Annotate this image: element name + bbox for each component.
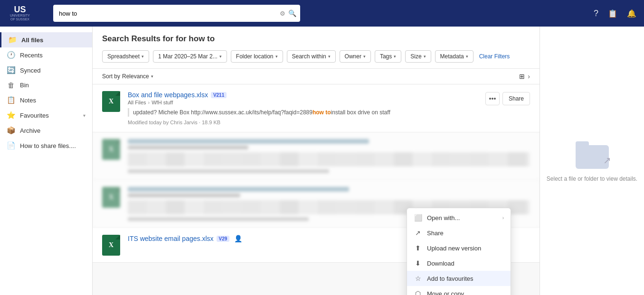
file-name-link[interactable]: ITS website email pages.xlsx — [128, 235, 214, 242]
sidebar-item-how-to-share[interactable]: 📄 How to share files.... — [0, 138, 92, 153]
excel-x-letter: X — [109, 194, 114, 201]
snippet-highlight: how to — [313, 109, 331, 116]
sidebar-item-bin[interactable]: 🗑 Bin — [0, 78, 92, 92]
grid-view-icon[interactable]: ⊞ — [519, 73, 525, 80]
results-title-for: for — [176, 34, 189, 43]
submenu-arrow-icon: › — [502, 215, 504, 221]
context-menu-item-download[interactable]: ⬇ Download — [407, 256, 511, 271]
caret-icon: ▾ — [275, 54, 278, 59]
logo-us-text: US — [14, 5, 26, 14]
table-row: X — [93, 132, 540, 180]
caret-icon: ▾ — [219, 54, 222, 59]
sort-value-text[interactable]: Relevance — [122, 73, 149, 80]
filter-type-label: Spreadsheet — [107, 53, 140, 60]
excel-icon: X — [102, 187, 120, 208]
file-icon: X — [102, 235, 121, 256]
results-query: how to — [189, 34, 215, 43]
sidebar-item-archive[interactable]: 📦 Archive — [0, 123, 92, 138]
sidebar-item-label: Notes — [20, 97, 36, 104]
sidebar-item-label: Synced — [20, 67, 40, 74]
ctx-item-label: Share — [427, 230, 444, 237]
snippet-pre: updated? Michele Box http://www.sussex.a… — [133, 109, 313, 116]
sidebar-item-favourites[interactable]: ⭐ Favourites ▾ — [0, 108, 92, 123]
caret-icon: ▾ — [394, 54, 396, 59]
context-menu-item-upload-version[interactable]: ⬆ Upload new version — [407, 240, 511, 256]
ctx-item-label: Upload new version — [427, 245, 481, 252]
filter-size-button[interactable]: Size ▾ — [405, 50, 431, 63]
filter-date-label: 1 Mar 2020–25 Mar 2... — [158, 53, 218, 60]
filter-metadata-button[interactable]: Metadata ▾ — [435, 50, 474, 63]
context-menu-item-open-with[interactable]: ⬜ Open with... › — [407, 210, 511, 225]
filter-search-within-button[interactable]: Search within ▾ — [287, 50, 336, 63]
ctx-item-label: Add to favourites — [427, 275, 474, 282]
sort-label: Sort by Relevance ▾ — [102, 73, 153, 80]
more-options-button[interactable]: ••• — [485, 92, 500, 105]
excel-icon: X — [102, 91, 120, 112]
file-icon: X — [102, 139, 121, 160]
folder-illustration: ↗ — [573, 138, 611, 169]
logo-sub-text: UNIVERSITYOF SUSSEX — [10, 14, 30, 22]
view-toggles: ⊞ › — [519, 73, 530, 80]
sidebar-item-label: Archive — [20, 127, 40, 134]
sidebar: 📁 All files 🕐 Recents 🔄 Synced 🗑 Bin 📋 N… — [0, 27, 93, 295]
file-actions: ••• Share — [485, 91, 530, 105]
open-with-icon: ⬜ — [414, 214, 422, 221]
filter-folder-button[interactable]: Folder location ▾ — [231, 50, 283, 63]
excel-x-letter: X — [109, 146, 114, 153]
sidebar-item-notes[interactable]: 📋 Notes — [0, 92, 92, 108]
recents-icon: 🕐 — [7, 51, 15, 59]
archive-icon: 📦 — [7, 126, 15, 135]
sidebar-item-label: Favourites — [20, 112, 49, 119]
sort-caret-icon: ▾ — [151, 74, 153, 79]
all-files-icon: 📁 — [8, 36, 17, 44]
excel-icon: X — [102, 235, 120, 256]
filter-owner-button[interactable]: Owner ▾ — [340, 50, 371, 63]
logo: US UNIVERSITYOF SUSSEX — [8, 3, 46, 24]
file-icon: X — [102, 91, 121, 112]
filter-folder-label: Folder location — [236, 53, 274, 60]
search-input[interactable] — [53, 5, 300, 22]
filter-search-within-label: Search within — [292, 53, 326, 60]
share-icon: ↗ — [414, 229, 422, 237]
results-title: Search Results for for how to — [102, 34, 530, 44]
search-icon[interactable]: 🔍 — [288, 9, 296, 17]
sidebar-item-label: Recents — [20, 52, 43, 59]
results-list: X Box and file webpages.xlsx V211 All Fi… — [93, 84, 540, 295]
file-snippet: updated? Michele Box http://www.sussex.a… — [128, 108, 479, 117]
results-title-prefix: Search Results for — [102, 34, 173, 43]
file-path-root: All Files — [128, 100, 146, 105]
filter-size-label: Size — [410, 53, 421, 60]
ctx-item-label: Move or copy — [427, 290, 464, 295]
filter-metadata-label: Metadata — [440, 53, 464, 60]
ctx-item-label: Download — [427, 260, 455, 267]
context-menu-item-add-favourites[interactable]: ☆ Add to favourites — [407, 271, 511, 286]
list-view-icon[interactable]: › — [528, 73, 530, 80]
caret-icon: ▾ — [466, 54, 468, 59]
notes-icon: 📋 — [7, 96, 15, 104]
share-button[interactable]: Share — [502, 92, 530, 105]
filter-tags-button[interactable]: Tags ▾ — [375, 50, 401, 63]
context-menu-item-share[interactable]: ↗ Share — [407, 225, 511, 240]
context-menu-item-move-copy[interactable]: ⬡ Move or copy — [407, 286, 511, 295]
sort-bar: Sort by Relevance ▾ ⊞ › — [93, 69, 540, 84]
main-layout: 📁 All files 🕐 Recents 🔄 Synced 🗑 Bin 📋 N… — [0, 27, 644, 295]
sidebar-item-recents[interactable]: 🕐 Recents — [0, 47, 92, 63]
filter-type-button[interactable]: Spreadsheet ▾ — [102, 50, 149, 63]
file-content — [128, 139, 530, 173]
chevron-down-icon: ▾ — [83, 113, 85, 118]
filter-date-button[interactable]: 1 Mar 2020–25 Mar 2... ▾ — [153, 50, 227, 63]
file-modified: Modified today by Chris Jarvis — [128, 120, 198, 125]
clear-filters-link[interactable]: Clear Filters — [479, 53, 510, 60]
tasks-icon[interactable]: 📋 — [608, 9, 617, 18]
file-meta: Modified today by Chris Jarvis · 18.9 KB — [128, 120, 479, 125]
notifications-icon[interactable]: 🔔 — [627, 9, 636, 18]
filter-icon[interactable]: ⚙ — [280, 10, 285, 17]
bin-icon: 🗑 — [7, 81, 15, 89]
sidebar-item-all-files[interactable]: 📁 All files — [0, 32, 92, 47]
sidebar-item-synced[interactable]: 🔄 Synced — [0, 63, 92, 78]
file-name-link[interactable]: Box and file webpages.xlsx — [128, 91, 208, 99]
move-copy-icon: ⬡ — [414, 290, 422, 295]
favourites-icon: ⭐ — [7, 111, 15, 120]
help-icon[interactable]: ? — [594, 9, 598, 18]
search-icons: ⚙ 🔍 — [280, 9, 296, 17]
